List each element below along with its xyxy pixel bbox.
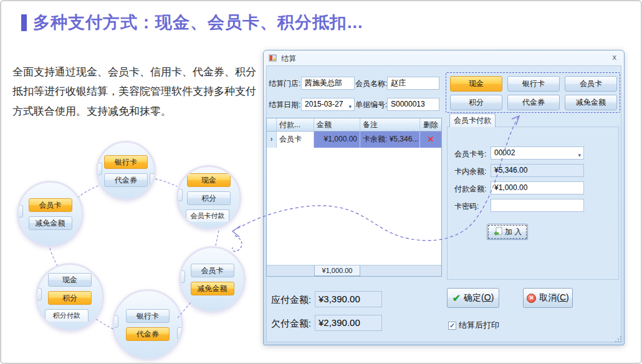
tab-membercard-payment[interactable]: 会员卡付款 (449, 113, 496, 127)
cell-method: 会员卡 (277, 132, 314, 148)
diagram-button-bankcard: 银行卡 (126, 309, 170, 323)
doc-number-label: 单据编号: (355, 100, 387, 110)
cancel-x-icon: ✕ (527, 294, 536, 303)
diagram-tab-membercard-payment: 会员卡付款 (186, 209, 229, 222)
member-name-label: 会员名称: (355, 79, 387, 89)
button-fragment (96, 163, 102, 175)
column-header-amount[interactable]: 金额 (314, 118, 360, 132)
diagram-button-points: 积分 (187, 191, 231, 205)
button-fragment (179, 271, 185, 283)
diagram-circle-voucher: 银行卡 代金券 (112, 289, 183, 360)
unpaid-label: 欠付金额: (271, 318, 311, 330)
date-combobox[interactable]: 2015-03-27 ▾ (301, 98, 355, 111)
diagram-button-cash: 现金 (48, 273, 92, 287)
table-footer: ¥1,000.00 (267, 265, 441, 276)
button-fragment (17, 205, 23, 218)
pay-type-discount-button[interactable]: 减免金额 (565, 95, 617, 110)
cancel-button[interactable]: ✕ 取消(C) (523, 288, 573, 308)
pay-type-bankcard-button[interactable]: 银行卡 (507, 76, 560, 92)
row-indicator-icon: › (267, 132, 277, 148)
close-icon[interactable]: x (613, 52, 617, 62)
add-payment-button[interactable]: 加 入 (487, 224, 528, 240)
page-title: 多种支付方式：现金、会员卡、积分抵扣... (33, 11, 363, 34)
unpaid-field: ¥2,390.00 (315, 315, 382, 331)
diagram-circle-bankcard: 银行卡 代金券 (96, 141, 156, 201)
payable-field: ¥3,390.00 (315, 291, 382, 307)
diagram-button-membercard: 会员卡 (29, 198, 72, 212)
cell-note: 卡余额: ¥5,346... (360, 132, 420, 148)
pay-amount-label: 付款金额: (454, 184, 486, 194)
button-fragment (112, 315, 118, 328)
card-password-label: 卡密码: (454, 201, 479, 212)
ok-button[interactable]: ✔ 确定(O) (447, 288, 499, 308)
dropdown-arrow-icon: ▾ (578, 150, 581, 160)
payment-table: 付款... 金额 备注 删除 › 会员卡 ¥1,000.00 卡余额: ¥5,3… (266, 118, 442, 277)
button-fragment (177, 327, 183, 340)
diagram-circle-discount: 会员卡 减免金额 (179, 246, 246, 313)
diagram-circle-cash: 现金 积分 会员卡付款 (176, 165, 241, 230)
column-header-delete[interactable]: 删除 (420, 118, 441, 132)
diagram-button-bankcard: 银行卡 (104, 155, 148, 169)
card-password-input[interactable] (491, 199, 584, 212)
payable-label: 应付金额: (271, 294, 311, 306)
pay-type-points-button[interactable]: 积分 (450, 95, 502, 110)
page-description: 全面支持通过现金、会员卡、信用卡、代金券、积分抵扣等进行收银结算，美容院管理软件… (12, 62, 264, 121)
store-label: 结算门店: (269, 79, 300, 89)
diagram-button-discount: 减免金额 (29, 216, 72, 230)
doc-number-input[interactable]: S0000013 (387, 98, 439, 111)
dialog-title: 结算 (281, 54, 296, 64)
column-header-note[interactable]: 备注 (360, 118, 420, 132)
add-document-icon (493, 227, 503, 237)
diagram-tab-points-payment: 积分付款 (45, 309, 89, 322)
card-balance-label: 卡内余额: (454, 166, 486, 177)
settlement-dialog: 结算 x 结算门店: 茜施美总部 会员名称: 赵庄 结算日期: 2015-03-… (263, 50, 625, 345)
store-input[interactable]: 茜施美总部 (301, 77, 355, 90)
table-total: ¥1,000.00 (314, 266, 360, 276)
diagram-button-membercard: 会员卡 (191, 264, 234, 277)
diagram-button-voucher: 代金券 (126, 327, 170, 341)
diagram-button-points: 积分 (48, 291, 92, 305)
payment-type-panel: 现金 银行卡 会员卡 积分 代金券 减免金额 (446, 72, 620, 113)
dialog-titlebar[interactable]: 结算 x (264, 50, 624, 65)
date-label: 结算日期: (269, 100, 300, 110)
title-accent-bar (21, 14, 27, 31)
pay-type-voucher-button[interactable]: 代金券 (507, 95, 560, 110)
table-header-row: 付款... 金额 备注 删除 (267, 118, 441, 132)
button-fragment (176, 189, 183, 201)
check-icon: ✔ (453, 292, 461, 304)
button-fragment (150, 173, 156, 186)
cell-amount: ¥1,000.00 (314, 132, 360, 148)
pay-amount-input[interactable]: ¥1,000.00 (491, 181, 584, 194)
page-header: 多种支付方式：现金、会员卡、积分抵扣... (21, 11, 363, 34)
diagram-button-discount: 减免金额 (191, 282, 234, 295)
indicator-column-header (267, 118, 277, 132)
table-row[interactable]: › 会员卡 ¥1,000.00 卡余额: ¥5,346... ✕ (267, 132, 441, 148)
diagram-button-cash: 现金 (187, 173, 231, 187)
checkbox-check-icon: ✓ (448, 322, 456, 330)
card-number-combobox[interactable]: 00002 ▾ (491, 146, 584, 160)
column-header-method[interactable]: 付款... (277, 118, 314, 132)
pay-type-cash-button[interactable]: 现金 (450, 76, 502, 92)
pay-type-membercard-button[interactable]: 会员卡 (565, 76, 617, 92)
card-balance-field: ¥5,346.00 (491, 164, 584, 177)
card-number-label: 会员卡号: (454, 149, 486, 160)
window-form-icon (269, 54, 277, 62)
button-fragment (36, 288, 42, 300)
resize-grip[interactable] (614, 335, 623, 343)
print-after-settlement-checkbox[interactable]: ✓ 结算后打印 (448, 320, 499, 331)
diagram-circle-points: 现金 积分 积分付款 (36, 263, 104, 332)
page: 多种支付方式：现金、会员卡、积分抵扣... 全面支持通过现金、会员卡、信用卡、代… (0, 0, 642, 364)
diagram-button-voucher: 代金券 (104, 173, 148, 187)
dropdown-arrow-icon: ▾ (348, 101, 352, 111)
diagram-circle-membercard: 会员卡 减免金额 (17, 181, 84, 247)
delete-row-button[interactable]: ✕ (420, 132, 441, 148)
member-name-input[interactable]: 赵庄 (387, 77, 439, 90)
